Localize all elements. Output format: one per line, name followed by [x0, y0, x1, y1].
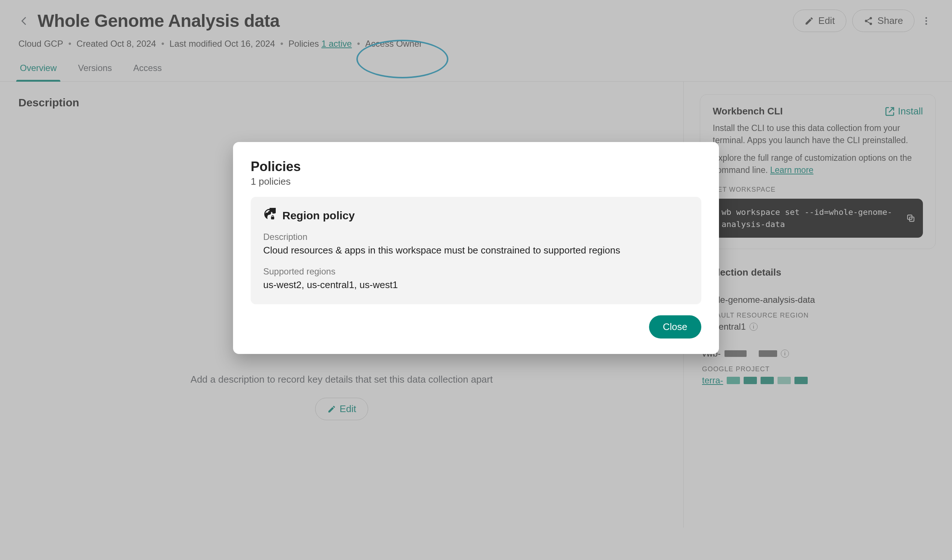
policy-desc-label: Description — [263, 232, 689, 242]
globe-lock-icon — [263, 208, 276, 223]
modal-overlay[interactable]: Policies 1 policies Region policy Descri… — [0, 0, 952, 560]
modal-subtitle: 1 policies — [251, 176, 701, 187]
policy-regions-label: Supported regions — [263, 266, 689, 277]
modal-title: Policies — [251, 159, 701, 174]
policy-regions-text: us-west2, us-central1, us-west1 — [263, 278, 689, 292]
policy-desc-text: Cloud resources & apps in this workspace… — [263, 244, 689, 258]
modal-close-button[interactable]: Close — [649, 315, 701, 338]
policy-card: Region policy Description Cloud resource… — [251, 197, 701, 304]
policy-name: Region policy — [282, 209, 355, 222]
policies-modal: Policies 1 policies Region policy Descri… — [233, 142, 719, 354]
